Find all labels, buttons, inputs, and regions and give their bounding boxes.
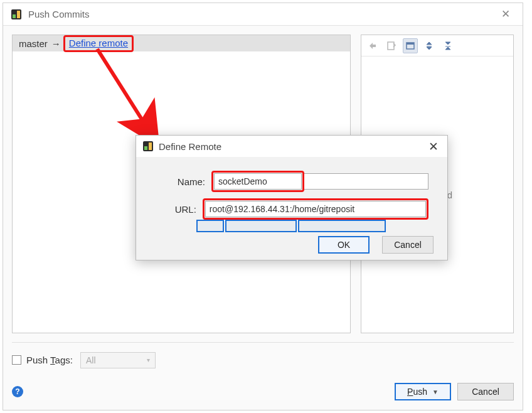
group-by-icon[interactable] xyxy=(403,38,418,53)
name-label: Name: xyxy=(155,176,205,187)
close-icon[interactable]: ✕ xyxy=(426,139,441,154)
cancel-button[interactable]: Cancel xyxy=(457,383,514,400)
define-remote-form: Name: socketDemo URL: root@192.168.44.31… xyxy=(136,157,447,232)
url-row: URL: root@192.168.44.31:/home/gitreposit xyxy=(155,198,428,220)
prev-change-icon[interactable] xyxy=(365,38,380,53)
url-label: URL: xyxy=(155,204,196,215)
define-remote-dialog: Define Remote ✕ Name: socketDemo URL: ro… xyxy=(136,135,448,260)
svg-rect-3 xyxy=(388,42,394,50)
remote-name-input[interactable]: socketDemo xyxy=(214,173,302,190)
arrow-icon: → xyxy=(51,38,61,49)
footer-buttons: ? Push ▼ Cancel xyxy=(12,381,514,402)
remote-url-input[interactable]: root@192.168.44.31:/home/gitreposit xyxy=(205,201,426,217)
ok-button[interactable]: OK xyxy=(318,236,370,254)
name-row: Name: socketDemo xyxy=(155,171,428,192)
window-title: Push Commits xyxy=(28,9,497,19)
help-icon[interactable]: ? xyxy=(12,386,23,397)
collapse-all-icon[interactable] xyxy=(440,38,455,53)
changes-toolbar xyxy=(361,35,513,56)
define-remote-titlebar: Define Remote ✕ xyxy=(136,136,447,157)
chevron-down-icon: ▾ xyxy=(147,357,150,363)
push-tags-checkbox[interactable] xyxy=(12,355,21,365)
svg-rect-8 xyxy=(144,146,147,150)
push-button[interactable]: Push ▼ xyxy=(395,383,451,400)
local-branch-label: master xyxy=(19,38,48,49)
push-tags-label: Push Tags: xyxy=(26,355,73,365)
dropdown-caret-icon: ▼ xyxy=(432,389,439,395)
remote-name-input-extend[interactable] xyxy=(304,173,428,190)
define-remote-link[interactable]: Define remote xyxy=(69,38,128,48)
define-remote-buttons: OK Cancel xyxy=(136,232,447,254)
next-change-icon[interactable] xyxy=(384,38,399,53)
push-tags-combo[interactable]: All ▾ xyxy=(80,352,156,368)
branch-row: master → Define remote xyxy=(13,35,350,51)
define-remote-title: Define Remote xyxy=(159,141,426,152)
svg-rect-5 xyxy=(407,43,414,45)
svg-rect-2 xyxy=(17,11,20,18)
annotation-red-box-link: Define remote xyxy=(63,35,134,52)
svg-rect-9 xyxy=(149,142,152,150)
cancel-button[interactable]: Cancel xyxy=(382,236,434,254)
svg-rect-1 xyxy=(13,14,16,18)
app-icon xyxy=(142,141,154,152)
footer-options: Push Tags: All ▾ xyxy=(12,342,514,371)
annotation-red-box-url: root@192.168.44.31:/home/gitreposit xyxy=(203,198,428,220)
push-tags-combo-value: All xyxy=(86,355,96,365)
titlebar: Push Commits ✕ xyxy=(3,3,523,26)
expand-all-icon[interactable] xyxy=(422,38,437,53)
close-icon[interactable]: ✕ xyxy=(497,8,514,21)
app-icon xyxy=(11,9,22,20)
annotation-red-box-name: socketDemo xyxy=(211,171,304,192)
